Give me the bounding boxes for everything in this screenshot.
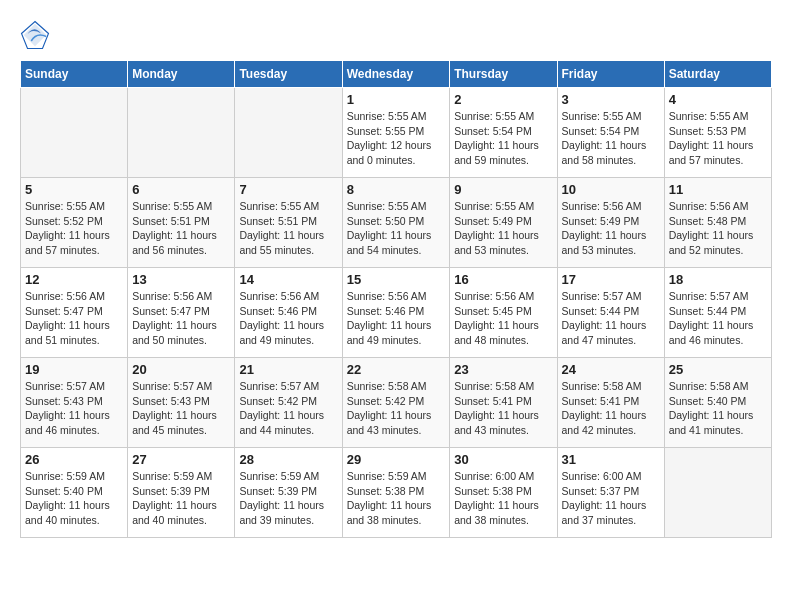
day-number: 10	[562, 182, 660, 197]
day-number: 14	[239, 272, 337, 287]
day-number: 3	[562, 92, 660, 107]
day-info: Sunrise: 5:56 AMSunset: 5:46 PMDaylight:…	[347, 289, 446, 348]
day-number: 28	[239, 452, 337, 467]
weekday-header-friday: Friday	[557, 61, 664, 88]
calendar-day-12: 12Sunrise: 5:56 AMSunset: 5:47 PMDayligh…	[21, 268, 128, 358]
day-number: 18	[669, 272, 767, 287]
day-info: Sunrise: 5:56 AMSunset: 5:49 PMDaylight:…	[562, 199, 660, 258]
day-info: Sunrise: 5:56 AMSunset: 5:46 PMDaylight:…	[239, 289, 337, 348]
day-number: 4	[669, 92, 767, 107]
calendar-day-10: 10Sunrise: 5:56 AMSunset: 5:49 PMDayligh…	[557, 178, 664, 268]
day-number: 12	[25, 272, 123, 287]
day-info: Sunrise: 5:59 AMSunset: 5:38 PMDaylight:…	[347, 469, 446, 528]
empty-cell	[21, 88, 128, 178]
day-number: 17	[562, 272, 660, 287]
day-info: Sunrise: 5:55 AMSunset: 5:51 PMDaylight:…	[239, 199, 337, 258]
calendar-day-16: 16Sunrise: 5:56 AMSunset: 5:45 PMDayligh…	[450, 268, 557, 358]
day-info: Sunrise: 5:55 AMSunset: 5:51 PMDaylight:…	[132, 199, 230, 258]
weekday-header-thursday: Thursday	[450, 61, 557, 88]
day-info: Sunrise: 5:57 AMSunset: 5:44 PMDaylight:…	[669, 289, 767, 348]
day-info: Sunrise: 5:55 AMSunset: 5:50 PMDaylight:…	[347, 199, 446, 258]
calendar-day-2: 2Sunrise: 5:55 AMSunset: 5:54 PMDaylight…	[450, 88, 557, 178]
empty-cell	[664, 448, 771, 538]
day-info: Sunrise: 5:55 AMSunset: 5:54 PMDaylight:…	[562, 109, 660, 168]
calendar-day-1: 1Sunrise: 5:55 AMSunset: 5:55 PMDaylight…	[342, 88, 450, 178]
calendar-day-13: 13Sunrise: 5:56 AMSunset: 5:47 PMDayligh…	[128, 268, 235, 358]
day-info: Sunrise: 5:58 AMSunset: 5:42 PMDaylight:…	[347, 379, 446, 438]
day-info: Sunrise: 5:58 AMSunset: 5:41 PMDaylight:…	[562, 379, 660, 438]
calendar-day-14: 14Sunrise: 5:56 AMSunset: 5:46 PMDayligh…	[235, 268, 342, 358]
day-info: Sunrise: 5:56 AMSunset: 5:47 PMDaylight:…	[132, 289, 230, 348]
day-number: 8	[347, 182, 446, 197]
calendar-day-24: 24Sunrise: 5:58 AMSunset: 5:41 PMDayligh…	[557, 358, 664, 448]
weekday-header-sunday: Sunday	[21, 61, 128, 88]
day-number: 13	[132, 272, 230, 287]
calendar-day-11: 11Sunrise: 5:56 AMSunset: 5:48 PMDayligh…	[664, 178, 771, 268]
calendar-day-18: 18Sunrise: 5:57 AMSunset: 5:44 PMDayligh…	[664, 268, 771, 358]
day-number: 11	[669, 182, 767, 197]
day-number: 9	[454, 182, 552, 197]
logo	[20, 20, 54, 50]
calendar-day-25: 25Sunrise: 5:58 AMSunset: 5:40 PMDayligh…	[664, 358, 771, 448]
day-number: 5	[25, 182, 123, 197]
calendar-table: SundayMondayTuesdayWednesdayThursdayFrid…	[20, 60, 772, 538]
empty-cell	[235, 88, 342, 178]
calendar-day-28: 28Sunrise: 5:59 AMSunset: 5:39 PMDayligh…	[235, 448, 342, 538]
day-number: 21	[239, 362, 337, 377]
day-number: 30	[454, 452, 552, 467]
day-number: 19	[25, 362, 123, 377]
calendar-day-23: 23Sunrise: 5:58 AMSunset: 5:41 PMDayligh…	[450, 358, 557, 448]
day-number: 2	[454, 92, 552, 107]
calendar-day-17: 17Sunrise: 5:57 AMSunset: 5:44 PMDayligh…	[557, 268, 664, 358]
day-info: Sunrise: 5:56 AMSunset: 5:47 PMDaylight:…	[25, 289, 123, 348]
day-info: Sunrise: 5:56 AMSunset: 5:48 PMDaylight:…	[669, 199, 767, 258]
day-info: Sunrise: 5:56 AMSunset: 5:45 PMDaylight:…	[454, 289, 552, 348]
day-info: Sunrise: 6:00 AMSunset: 5:37 PMDaylight:…	[562, 469, 660, 528]
calendar-week-5: 26Sunrise: 5:59 AMSunset: 5:40 PMDayligh…	[21, 448, 772, 538]
calendar-week-4: 19Sunrise: 5:57 AMSunset: 5:43 PMDayligh…	[21, 358, 772, 448]
day-number: 24	[562, 362, 660, 377]
day-number: 1	[347, 92, 446, 107]
day-info: Sunrise: 5:57 AMSunset: 5:43 PMDaylight:…	[132, 379, 230, 438]
calendar-day-6: 6Sunrise: 5:55 AMSunset: 5:51 PMDaylight…	[128, 178, 235, 268]
day-info: Sunrise: 5:57 AMSunset: 5:43 PMDaylight:…	[25, 379, 123, 438]
day-number: 22	[347, 362, 446, 377]
day-info: Sunrise: 5:59 AMSunset: 5:39 PMDaylight:…	[132, 469, 230, 528]
day-number: 15	[347, 272, 446, 287]
page-header	[20, 20, 772, 50]
day-number: 25	[669, 362, 767, 377]
day-info: Sunrise: 5:57 AMSunset: 5:42 PMDaylight:…	[239, 379, 337, 438]
calendar-day-19: 19Sunrise: 5:57 AMSunset: 5:43 PMDayligh…	[21, 358, 128, 448]
calendar-day-9: 9Sunrise: 5:55 AMSunset: 5:49 PMDaylight…	[450, 178, 557, 268]
calendar-week-1: 1Sunrise: 5:55 AMSunset: 5:55 PMDaylight…	[21, 88, 772, 178]
day-info: Sunrise: 5:55 AMSunset: 5:55 PMDaylight:…	[347, 109, 446, 168]
day-info: Sunrise: 5:58 AMSunset: 5:41 PMDaylight:…	[454, 379, 552, 438]
calendar-day-8: 8Sunrise: 5:55 AMSunset: 5:50 PMDaylight…	[342, 178, 450, 268]
calendar-day-7: 7Sunrise: 5:55 AMSunset: 5:51 PMDaylight…	[235, 178, 342, 268]
weekday-header-wednesday: Wednesday	[342, 61, 450, 88]
calendar-day-15: 15Sunrise: 5:56 AMSunset: 5:46 PMDayligh…	[342, 268, 450, 358]
day-number: 7	[239, 182, 337, 197]
day-number: 29	[347, 452, 446, 467]
calendar-week-2: 5Sunrise: 5:55 AMSunset: 5:52 PMDaylight…	[21, 178, 772, 268]
day-number: 23	[454, 362, 552, 377]
day-number: 31	[562, 452, 660, 467]
weekday-header-tuesday: Tuesday	[235, 61, 342, 88]
calendar-day-5: 5Sunrise: 5:55 AMSunset: 5:52 PMDaylight…	[21, 178, 128, 268]
calendar-day-27: 27Sunrise: 5:59 AMSunset: 5:39 PMDayligh…	[128, 448, 235, 538]
day-number: 26	[25, 452, 123, 467]
day-number: 16	[454, 272, 552, 287]
calendar-day-30: 30Sunrise: 6:00 AMSunset: 5:38 PMDayligh…	[450, 448, 557, 538]
day-info: Sunrise: 5:59 AMSunset: 5:39 PMDaylight:…	[239, 469, 337, 528]
calendar-day-3: 3Sunrise: 5:55 AMSunset: 5:54 PMDaylight…	[557, 88, 664, 178]
calendar-day-31: 31Sunrise: 6:00 AMSunset: 5:37 PMDayligh…	[557, 448, 664, 538]
day-info: Sunrise: 5:55 AMSunset: 5:54 PMDaylight:…	[454, 109, 552, 168]
day-number: 6	[132, 182, 230, 197]
logo-icon	[20, 20, 50, 50]
calendar-day-4: 4Sunrise: 5:55 AMSunset: 5:53 PMDaylight…	[664, 88, 771, 178]
calendar-day-21: 21Sunrise: 5:57 AMSunset: 5:42 PMDayligh…	[235, 358, 342, 448]
weekday-header-monday: Monday	[128, 61, 235, 88]
day-info: Sunrise: 5:57 AMSunset: 5:44 PMDaylight:…	[562, 289, 660, 348]
weekday-header-row: SundayMondayTuesdayWednesdayThursdayFrid…	[21, 61, 772, 88]
day-info: Sunrise: 5:59 AMSunset: 5:40 PMDaylight:…	[25, 469, 123, 528]
